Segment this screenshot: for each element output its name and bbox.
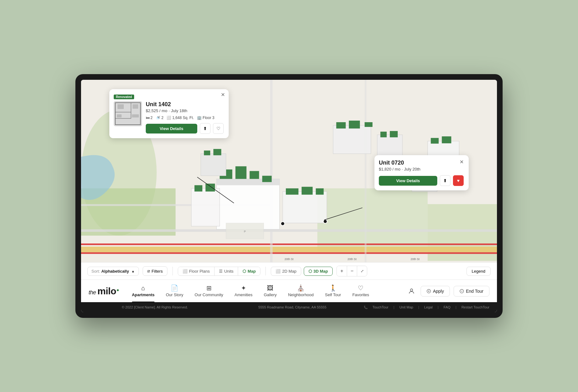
nav-item-self-tour[interactable]: 🚶 Self Tour: [319, 280, 347, 302]
share-1402-button[interactable]: ⬆: [200, 123, 210, 134]
footer: © 2022 [Client Name]. All Rights Reserve…: [81, 302, 497, 312]
tab-map[interactable]: ⬡ Map: [238, 267, 260, 275]
zoom-in-button[interactable]: +: [337, 266, 347, 276]
svg-text:20th St: 20th St: [411, 258, 420, 261]
footer-link-touchtour[interactable]: TouchTour: [373, 305, 389, 309]
apply-label: Apply: [433, 289, 444, 294]
svg-rect-19: [194, 185, 202, 192]
popup-0720-title: Unit 0720: [379, 160, 420, 166]
end-tour-button[interactable]: End Tour: [454, 286, 489, 297]
popup-0720-actions: View Details ⬆ ♥: [379, 175, 464, 186]
svg-rect-8: [81, 229, 497, 232]
end-tour-icon: [460, 289, 464, 293]
svg-rect-55: [117, 104, 124, 109]
map-area: P 20th St 20th St 20th St ✕ Renovated: [81, 80, 497, 262]
map-3d-icon: ⬡: [308, 269, 312, 274]
favorite-0720-button[interactable]: ♥: [453, 175, 464, 186]
svg-rect-23: [302, 187, 313, 195]
floor: 🏢Floor 3: [197, 116, 214, 120]
popup-1402-title: Unit 1402: [146, 101, 224, 108]
nav-label-apartments: Apartments: [132, 292, 155, 297]
svg-rect-36: [431, 138, 439, 144]
nav-item-amenities[interactable]: ✦ Amenities: [229, 280, 258, 302]
zoom-out-button[interactable]: −: [347, 266, 357, 276]
tab-units[interactable]: ☰ Units: [214, 267, 238, 275]
svg-rect-24: [316, 188, 324, 195]
nav-item-favorites[interactable]: ♡ Favorites: [347, 280, 375, 302]
svg-rect-30: [349, 121, 360, 128]
svg-point-47: [323, 220, 327, 223]
logo-dot: [117, 289, 119, 291]
nav-bar: the milo ⌂ Apartments 📄 Our Story ⊞ Our …: [81, 280, 497, 302]
sort-label: Sort:: [91, 269, 100, 274]
nav-label-our-story: Our Story: [166, 292, 183, 297]
nav-right: Apply End Tour: [406, 286, 489, 297]
our-story-icon: 📄: [171, 285, 178, 291]
svg-rect-29: [336, 122, 346, 128]
favorite-1402-button[interactable]: ♡: [213, 123, 224, 134]
view-details-0720-button[interactable]: View Details: [379, 176, 437, 186]
footer-link-legal[interactable]: Legal: [424, 305, 433, 309]
logo-the: the: [89, 289, 97, 296]
popup-1402-meta: 🛏2 🚿2 ⬜1,648 Sq. Ft. 🏢Floor 3: [146, 116, 224, 120]
view-details-1402-button[interactable]: View Details: [146, 124, 197, 133]
footer-link-unit-map[interactable]: Unit Map: [399, 305, 413, 309]
popup-0720-close[interactable]: ✕: [460, 160, 464, 165]
svg-rect-28: [333, 125, 371, 154]
toolbar: Sort: Alphabetically ▲ ⧄ Filters ⬜ Floor…: [81, 262, 497, 280]
nav-label-self-tour: Self Tour: [325, 292, 341, 297]
map-3d-label: 3D Map: [314, 269, 328, 274]
nav-label-amenities: Amenities: [235, 292, 253, 297]
device-frame: P 20th St 20th St 20th St ✕ Renovated: [75, 74, 503, 318]
divider-2: [265, 267, 266, 275]
units-label: Units: [224, 269, 234, 274]
svg-rect-58: [132, 114, 139, 117]
self-tour-icon: 🚶: [329, 285, 337, 291]
svg-rect-37: [442, 136, 451, 143]
end-tour-label: End Tour: [466, 289, 483, 294]
gallery-icon: 🖼: [267, 285, 273, 291]
nav-items: ⌂ Apartments 📄 Our Story ⊞ Our Community…: [126, 280, 406, 302]
share-0720-button[interactable]: ⬆: [440, 175, 450, 186]
nav-item-gallery[interactable]: 🖼 Gallery: [258, 280, 282, 302]
map-3d-button[interactable]: ⬡ 3D Map: [304, 267, 333, 276]
footer-link-faq[interactable]: FAQ: [444, 305, 450, 309]
svg-rect-21: [283, 192, 327, 223]
svg-rect-16: [250, 171, 259, 179]
svg-rect-17: [262, 176, 272, 182]
svg-point-46: [281, 222, 285, 226]
screen: P 20th St 20th St 20th St ✕ Renovated: [81, 80, 497, 312]
apply-button[interactable]: Apply: [421, 286, 450, 297]
nav-logo: the milo: [89, 286, 119, 297]
footer-link-restart[interactable]: Restart TouchTour: [461, 305, 489, 309]
footer-copyright: © 2022 [Client Name]. All Rights Reserve…: [89, 305, 221, 309]
filter-icon: ⧄: [147, 269, 150, 274]
svg-point-59: [411, 289, 413, 291]
map-2d-button[interactable]: ⬜ 2D Map: [271, 267, 301, 276]
our-community-icon: ⊞: [206, 285, 212, 291]
svg-rect-11: [365, 80, 367, 262]
nav-item-our-community[interactable]: ⊞ Our Community: [189, 280, 229, 302]
popup-1402-close[interactable]: ✕: [221, 92, 225, 97]
nav-item-neighborhood[interactable]: ⛪ Neighborhood: [282, 280, 319, 302]
nav-label-neighborhood: Neighborhood: [288, 292, 314, 297]
svg-text:P: P: [244, 230, 246, 233]
legend-button[interactable]: Legend: [466, 267, 491, 276]
tab-floor-plans[interactable]: ⬜ Floor Plans: [178, 267, 214, 275]
svg-rect-33: [380, 132, 387, 137]
user-profile-button[interactable]: [406, 286, 417, 297]
sqft: ⬜1,648 Sq. Ft.: [166, 116, 194, 120]
filters-button[interactable]: ⧄ Filters: [143, 266, 167, 276]
sort-control[interactable]: Sort: Alphabetically ▲: [87, 267, 139, 276]
popup-0720-price: $1,820 / mo·July 20th: [379, 167, 420, 172]
nav-item-our-story[interactable]: 📄 Our Story: [160, 280, 189, 302]
nav-item-apartments[interactable]: ⌂ Apartments: [126, 280, 160, 302]
popup-unit-0720: Unit 0720 $1,820 / mo·July 20th ✕ View D…: [374, 155, 469, 190]
logo-milo: milo: [97, 286, 116, 296]
logo-text: the milo: [89, 286, 119, 297]
divider-1: [172, 267, 173, 275]
zoom-fit-button[interactable]: ⤢: [357, 266, 367, 276]
bath-count: 🚿2: [156, 116, 164, 120]
svg-rect-7: [81, 252, 497, 254]
svg-rect-31: [365, 122, 373, 127]
